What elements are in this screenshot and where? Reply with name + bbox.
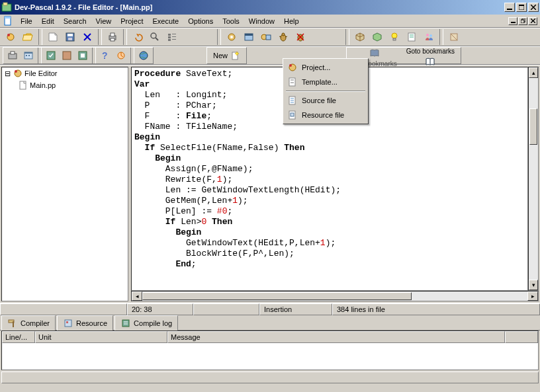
svg-point-70 [15, 70, 17, 73]
t2-btn-2[interactable] [21, 48, 36, 63]
status-modified [193, 303, 259, 315]
icon-button-10[interactable] [164, 29, 180, 45]
menu-window[interactable]: Window [244, 16, 279, 26]
editor-statusbar: 20: 38 Insertion 384 lines in file [0, 303, 540, 316]
menu-view[interactable]: View [91, 16, 116, 26]
print-button[interactable] [105, 29, 120, 45]
project-menu-icon [287, 62, 298, 73]
tab-resource[interactable]: Resource [57, 315, 113, 331]
compile-button[interactable] [224, 29, 240, 45]
goto-bookmarks-button[interactable]: Goto bookmarks [402, 48, 459, 63]
new-popup-menu: Project... Template... Source file Resou… [283, 58, 369, 124]
menu-options[interactable]: Options [183, 16, 218, 26]
popup-resource-file[interactable]: Resource file [285, 108, 367, 122]
tab-compiler[interactable]: Compiler [1, 315, 56, 331]
svg-rect-8 [5, 17, 11, 19]
help-button[interactable]: ? [97, 48, 113, 63]
mdi-minimize-button[interactable] [508, 17, 518, 25]
delete-button[interactable] [79, 29, 95, 45]
scroll-thumb[interactable] [529, 108, 537, 145]
svg-text:?: ? [102, 50, 108, 61]
mdi-restore-button[interactable] [518, 17, 527, 25]
icon-button-box2[interactable] [369, 29, 385, 45]
undo-button[interactable] [130, 29, 146, 45]
icon-button-people[interactable] [421, 29, 437, 45]
popup-project[interactable]: Project... [285, 60, 367, 75]
col-extra[interactable] [505, 331, 538, 343]
col-message[interactable]: Message [167, 331, 505, 343]
svg-point-45 [392, 33, 397, 38]
icon-button-3[interactable] [45, 29, 61, 45]
svg-rect-73 [13, 321, 14, 327]
t2-btn-3[interactable] [43, 48, 59, 63]
scroll-right-button[interactable]: ▸ [527, 292, 538, 301]
tree-file[interactable]: Main.pp [2, 79, 128, 91]
project-tree[interactable]: ⊟ File Editor Main.pp [1, 67, 128, 301]
t2-btn-1[interactable] [5, 48, 21, 63]
svg-rect-27 [168, 36, 171, 38]
stop-button[interactable] [292, 29, 308, 45]
message-grid[interactable]: Line/... Unit Message [1, 331, 539, 370]
tree-root[interactable]: ⊟ File Editor [2, 67, 128, 79]
log-icon [120, 318, 131, 329]
save-button[interactable] [62, 29, 78, 45]
menu-file[interactable]: File [16, 16, 37, 26]
menu-tools[interactable]: Tools [218, 16, 244, 26]
hscroll-track[interactable] [142, 292, 527, 301]
t2-btn-4[interactable] [59, 48, 75, 63]
close-button[interactable] [528, 3, 539, 12]
menu-search[interactable]: Search [59, 16, 91, 26]
tab-compile-log[interactable]: Compile log [114, 315, 178, 331]
scroll-left-button[interactable]: ◂ [132, 292, 142, 301]
popup-template[interactable]: Template... [285, 75, 367, 89]
toolbar-secondary: ? New Set bookmarks Goto bookmarks [0, 46, 540, 65]
svg-rect-2 [507, 9, 512, 10]
svg-rect-17 [68, 34, 73, 36]
new-button[interactable]: New [208, 48, 245, 63]
tip-button[interactable] [386, 29, 402, 45]
t2-btn-5[interactable] [75, 48, 91, 63]
icon-button-note[interactable] [404, 29, 420, 45]
vertical-scrollbar[interactable]: ▴ ▾ [528, 67, 539, 291]
search-icon [150, 32, 160, 42]
maximize-button[interactable] [516, 3, 527, 12]
hscroll-thumb[interactable] [142, 292, 412, 300]
svg-rect-71 [20, 81, 26, 89]
col-unit[interactable]: Unit [35, 331, 167, 343]
web-button[interactable] [136, 48, 152, 63]
scroll-up-button[interactable]: ▴ [529, 67, 538, 78]
bottom-statusbar [1, 372, 539, 383]
icon-button-box[interactable] [352, 29, 368, 45]
horizontal-scrollbar[interactable]: ◂ ▸ [131, 291, 539, 301]
svg-rect-1 [3, 3, 7, 5]
svg-line-25 [156, 38, 158, 40]
tree-collapse-icon[interactable]: ⊟ [3, 69, 11, 78]
compile-run-button[interactable] [258, 29, 274, 45]
debug-button[interactable] [275, 29, 291, 45]
menu-help[interactable]: Help [279, 16, 304, 26]
status-lines: 384 lines in file [332, 303, 540, 315]
menu-execute[interactable]: Execute [148, 16, 183, 26]
scroll-down-button[interactable]: ▾ [529, 280, 538, 290]
toolbar-main [0, 28, 540, 46]
svg-rect-28 [168, 39, 171, 41]
find-button[interactable] [147, 29, 163, 45]
t2-btn-7[interactable] [113, 48, 129, 63]
menu-project[interactable]: Project [116, 16, 148, 26]
minimize-button[interactable] [504, 3, 515, 12]
status-mode: Insertion [259, 303, 332, 315]
icon-button-last[interactable] [446, 29, 462, 45]
svg-point-66 [140, 52, 148, 59]
svg-rect-37 [266, 35, 271, 40]
mdi-close-button[interactable] [528, 17, 537, 25]
popup-source-file[interactable]: Source file [285, 93, 367, 108]
open-button[interactable] [20, 29, 36, 45]
menu-edit[interactable]: Edit [37, 16, 59, 26]
source-file-icon [287, 95, 298, 106]
col-line[interactable]: Line/... [2, 331, 35, 343]
icon-button-1[interactable] [3, 29, 19, 45]
run-button[interactable] [241, 29, 257, 45]
scroll-track[interactable] [529, 78, 538, 280]
svg-point-33 [230, 36, 233, 38]
sparkle-page-icon [230, 50, 240, 61]
